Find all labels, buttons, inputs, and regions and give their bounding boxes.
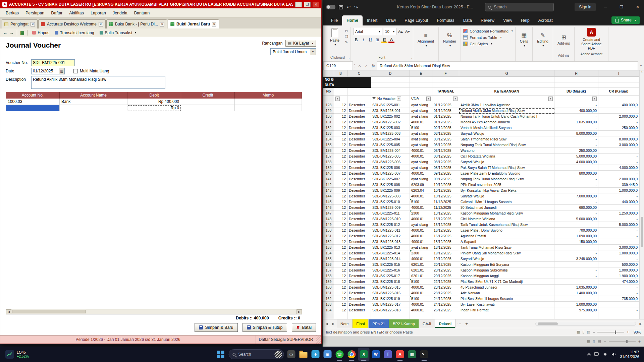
save-new-button[interactable]: Simpan & Baru	[195, 323, 237, 332]
terminal-icon[interactable]: >_	[419, 348, 430, 361]
cell[interactable]	[598, 77, 639, 82]
font-size-select[interactable]: 10▾	[383, 28, 396, 35]
format-painter-icon[interactable]: ✎	[345, 41, 348, 44]
cell[interactable]: 4000.01	[410, 307, 432, 313]
cell[interactable]: 400.000,0	[598, 102, 639, 108]
header-cell[interactable]: DB (Masuk)	[554, 87, 598, 96]
zoom-level[interactable]: 98%	[631, 330, 641, 334]
cell[interactable]: 1.000.000,00	[554, 302, 598, 307]
font-name-select[interactable]: Arial▾	[353, 28, 382, 35]
row-header[interactable]: 143	[323, 188, 334, 193]
column-header-F[interactable]: F	[432, 70, 459, 77]
cell[interactable]: 22/12/2025	[432, 279, 459, 285]
cut-icon[interactable]: ✂	[345, 29, 348, 33]
cell[interactable]: SDL-BM1225-011	[371, 228, 410, 233]
cell[interactable]: 12	[334, 273, 347, 279]
cell[interactable]: 12	[334, 233, 347, 239]
cell[interactable]: -	[554, 245, 598, 250]
cell[interactable]: -	[554, 273, 598, 279]
cell[interactable]: 6201.01	[410, 273, 432, 279]
cell[interactable]: Kasbon Mingguan Subromalisi	[459, 267, 554, 273]
cell[interactable]: -	[554, 142, 598, 148]
row-header[interactable]: 142	[323, 182, 334, 188]
row-header[interactable]: 153	[323, 245, 334, 250]
accurate-titlebar[interactable]: A ACCURATE 5 - CV SINAR DUTA LASER RO [E…	[0, 0, 321, 8]
cell[interactable]: 5100	[410, 199, 432, 205]
header-cell[interactable]	[371, 87, 410, 96]
cell[interactable]: Warsono	[459, 148, 554, 154]
editing-button[interactable]: ✎ Editing ▾	[535, 27, 550, 53]
cell[interactable]: 15/12/2025	[432, 216, 459, 222]
cell[interactable]: SDL-BM1225-013	[371, 239, 410, 245]
cell[interactable]: 4000.01	[410, 290, 432, 296]
font-color-button[interactable]: A	[388, 38, 394, 43]
cell[interactable]: Tarik Tunai Mohamad Risqi Sisw	[459, 245, 554, 250]
row-header[interactable]: 157	[323, 267, 334, 273]
cell[interactable]: Desember	[347, 233, 371, 239]
close-tab-icon[interactable]: ✕	[99, 22, 103, 26]
cell[interactable]: 12	[334, 296, 347, 302]
cell[interactable]	[334, 82, 347, 88]
sheet-tab-note[interactable]: Note	[337, 319, 353, 328]
cell[interactable]	[410, 77, 432, 82]
description-input[interactable]: Refund Akrilik 3Mm Mohamad Risqi Sisw	[31, 76, 165, 89]
cell[interactable]: Desember	[347, 148, 371, 154]
cell[interactable]: 12	[334, 205, 347, 210]
cell[interactable]: SDL-BK1225-011	[371, 210, 410, 216]
add-sheet-icon[interactable]: +	[463, 321, 470, 326]
cell[interactable]	[334, 77, 347, 82]
cell[interactable]: Desember	[347, 188, 371, 193]
cell[interactable]: Desember	[347, 199, 371, 205]
template-select[interactable]: Bukti Jurnal Umum ▼	[270, 48, 316, 55]
volume-icon[interactable]	[611, 352, 616, 357]
cell[interactable]: 4000.01	[410, 228, 432, 233]
cell[interactable]: 7.000.000,00	[554, 193, 598, 199]
cell[interactable]	[459, 82, 554, 88]
row-header[interactable]: 161	[323, 290, 334, 296]
cell[interactable]: 01/12/2025	[432, 114, 459, 119]
cell[interactable]: 10/12/2025	[432, 182, 459, 188]
cell[interactable]: 5100	[410, 125, 432, 131]
cell[interactable]: -	[554, 199, 598, 205]
filter-dropdown-icon[interactable]: ▾	[548, 97, 553, 101]
cell[interactable]	[459, 77, 554, 82]
cell[interactable]: 12	[334, 193, 347, 199]
cell[interactable]: 4.000.000,00	[554, 159, 598, 165]
cell[interactable]	[432, 77, 459, 82]
cell[interactable]: 12	[334, 245, 347, 250]
cell[interactable]: -	[554, 250, 598, 256]
remote-desktop-icon[interactable]: ▭	[286, 348, 297, 361]
cell[interactable]: 150.000,00	[554, 239, 598, 245]
cell[interactable]: -	[598, 148, 639, 154]
page-layout-view-icon[interactable]: ▯	[583, 330, 585, 334]
scrollbar-thumb[interactable]	[12, 310, 86, 313]
whatsapp-icon[interactable]: ☏	[334, 348, 345, 361]
cell[interactable]: 12	[334, 182, 347, 188]
row-header[interactable]: 151	[323, 233, 334, 239]
cell[interactable]: Desember	[347, 307, 371, 313]
cell[interactable]: Desember	[347, 279, 371, 285]
filter-cell[interactable]: ▾	[432, 96, 459, 102]
zoom-out-icon[interactable]: −	[593, 330, 595, 335]
cell[interactable]: 12	[334, 239, 347, 245]
cell[interactable]: 20/12/2025	[432, 273, 459, 279]
header-cell[interactable]: No	[323, 87, 334, 96]
filter-cell[interactable]	[598, 96, 639, 102]
close-button[interactable]: ✕	[631, 0, 644, 14]
cell[interactable]: Pinjem Uang Sdl Mohamad Risqi Sisw	[459, 250, 554, 256]
cell[interactable]: ayat silang	[410, 165, 432, 171]
copy-icon[interactable]: ❐	[345, 35, 348, 39]
menu-laporan[interactable]: Laporan	[87, 10, 109, 16]
cell[interactable]: Venbelt Mesin Akrilikedi Suryana	[459, 125, 554, 131]
cell[interactable]: 26/12/2025	[432, 307, 459, 313]
sheet-tab-gaji[interactable]: GAJI	[419, 319, 435, 328]
cell[interactable]: 500.000,0	[598, 262, 639, 267]
multi-currency-checkbox[interactable]	[73, 69, 78, 73]
cell[interactable]: Suryadi Walujo	[459, 131, 554, 136]
cell[interactable]: SDL-BK1225-004	[371, 136, 410, 142]
cell[interactable]: 4000.01	[410, 193, 432, 199]
row-header[interactable]: 150	[323, 228, 334, 233]
cell[interactable]: -	[598, 159, 639, 165]
header-cell[interactable]	[334, 87, 347, 96]
row-header[interactable]: 138	[323, 159, 334, 165]
